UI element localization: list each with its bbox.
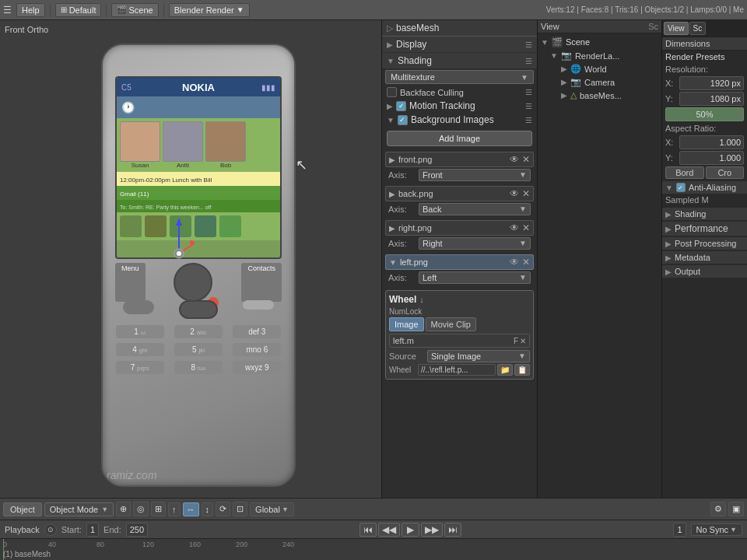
world-item: World [584,65,607,74]
right-panels: ▷ baseMesh ▶ Display ☰ ▼ Shading ☰ [381,20,747,498]
front-eye-icon[interactable]: 👁 [510,154,519,165]
post-processing-header[interactable]: ▶ Post Processing [662,237,747,250]
menu-btn[interactable]: Menu [115,263,146,302]
key-2[interactable]: 2 abc [174,325,223,338]
tree-basemesh[interactable]: ▶ △ baseMes... [539,89,660,102]
contact-antti: Antti [163,121,203,169]
toolbar-icon-5[interactable]: ↔ [183,502,199,516]
add-image-button[interactable]: Add Image [387,131,532,146]
end-field[interactable]: 250 [126,523,148,537]
left-axis-select[interactable]: Left ▼ [419,271,531,284]
home-btn[interactable] [179,300,218,319]
back-delete-icon[interactable]: ✕ [522,188,530,199]
front-axis-select[interactable]: Front ▼ [419,169,531,181]
filename-close[interactable]: ✕ [520,337,526,345]
right-eye-icon[interactable]: 👁 [510,222,519,233]
global-dropdown[interactable]: Global ▼ [250,502,294,516]
view-tab-render[interactable]: View [664,22,689,35]
toolbar-right-2[interactable]: ▣ [728,502,744,516]
res-y-field[interactable]: 1080 px [679,92,744,106]
dpad[interactable] [174,263,212,302]
back-axis-select[interactable]: Back ▼ [419,203,531,215]
key-4[interactable]: 4 ghi [116,343,164,356]
help-menu[interactable]: Help [16,3,45,17]
timeline-ruler[interactable]: 0 40 80 120 160 200 240 (1) baseMesh [0,538,747,560]
tree-world[interactable]: ▶ 🌐 World [539,62,660,75]
movie-clip-tab[interactable]: Movie Clip [426,317,476,331]
image-tab[interactable]: Image [389,317,424,331]
asp-y-field[interactable]: 1.000 [679,151,744,165]
key-5[interactable]: 5 jkl [174,343,223,356]
res-pct-field[interactable]: 50% [665,107,744,121]
shading-render-header[interactable]: ▶ Shading [662,208,747,220]
border-btn[interactable]: Bord [665,166,704,179]
toolbar-icon-7[interactable]: ⟳ [216,502,230,516]
render-presets-btn[interactable]: Render Presets [662,51,747,63]
right-delete-icon[interactable]: ✕ [522,222,530,233]
tree-scene[interactable]: ▼ 🎬 Scene [539,35,660,49]
toolbar-icon-8[interactable]: ⊡ [233,502,247,516]
object-mode-dropdown[interactable]: Object Mode ▼ [44,502,114,516]
current-frame-field[interactable]: 1 [673,523,686,537]
layout-menu[interactable]: ⊞ Default [55,3,102,17]
prev-frame-btn[interactable]: ◀◀ [378,523,400,537]
tree-content: ▼ 🎬 Scene ▼ 📷 RenderLa... ▶ [538,33,661,103]
play-btn[interactable]: ▶ [402,523,419,537]
right-axis-select[interactable]: Right ▼ [419,237,531,250]
left-delete-icon[interactable]: ✕ [522,257,530,268]
nosync-dropdown[interactable]: No Sync ▼ [691,523,743,536]
toolbar-icon-1[interactable]: ⊕ [116,502,131,516]
key-1[interactable]: 1 ω [116,325,164,338]
antialiasing-header[interactable]: ▼ ✓ Anti-Aliasing [662,181,747,194]
toolbar-right-1[interactable]: ⚙ [710,502,726,516]
shading-header[interactable]: ▼ Shading ☰ [382,53,537,68]
res-x-field[interactable]: 1920 px [679,76,744,90]
output-header[interactable]: ▶ Output [662,265,747,278]
filepath-field[interactable]: //..\refl.left.p... [418,364,496,376]
tree-renderla[interactable]: ▼ 📷 RenderLa... [539,49,660,62]
source-select[interactable]: Single Image ▼ [427,350,530,362]
contacts-btn[interactable]: Contacts [241,263,282,302]
key-9[interactable]: wxyz 9 [233,361,281,374]
asp-x-field[interactable]: 1.000 [679,135,744,149]
key-7[interactable]: 7 pqrs [116,361,164,374]
next-frame-btn[interactable]: ▶▶ [421,523,443,537]
tree-camera[interactable]: ▶ 📷 Camera [539,75,660,89]
toolbar-icon-4[interactable]: ↑ [168,502,181,516]
start-field[interactable]: 1 [86,523,99,537]
status-bar: C5 NOKIA ▮▮▮ [117,78,280,96]
key-3[interactable]: def 3 [233,325,281,338]
3d-viewport[interactable]: Front Ortho C5 NOKIA ▮▮▮ [0,20,381,498]
mesh-header: ▷ baseMesh [382,20,537,37]
front-delete-icon[interactable]: ✕ [522,154,530,165]
background-images-label: Background Images [411,114,494,125]
backface-culling-checkbox[interactable] [387,87,397,97]
multitexture-dropdown[interactable]: Multitexture ▼ [385,70,534,84]
sc-tab-render[interactable]: Sc [689,22,707,35]
jump-end-btn[interactable]: ⏭ [444,523,461,537]
filepath-copy-btn[interactable]: 📋 [514,364,530,376]
dimensions-header[interactable]: Dimensions [662,37,747,51]
display-header[interactable]: ▶ Display ☰ [382,37,537,52]
toolbar-icon-3[interactable]: ⊞ [151,502,166,516]
filepath-browse-btn[interactable]: 📁 [497,364,513,376]
crop-btn[interactable]: Cro [706,166,745,179]
jump-start-btn[interactable]: ⏮ [359,523,377,537]
left-eye-icon[interactable]: 👁 [510,257,519,268]
toolbar-icon-6[interactable]: ↕ [202,502,214,516]
key-6[interactable]: mno 6 [233,343,281,356]
key-8[interactable]: 8 tuv [174,361,223,374]
side-btn[interactable] [243,300,274,310]
scene-menu[interactable]: 🎬 Scene [111,3,158,17]
motion-tracking-checkbox[interactable]: ✓ [396,101,406,111]
viewport-label: Front Ortho [5,25,48,34]
metadata-header[interactable]: ▶ Metadata [662,251,747,264]
render-engine-menu[interactable]: Blender Render ▼ [169,3,250,17]
call-green[interactable] [123,300,154,314]
toolbar-icon-2[interactable]: ◎ [133,502,149,516]
aa-checkbox[interactable]: ✓ [676,183,686,192]
performance-header[interactable]: ▶ Performance [662,222,747,236]
back-eye-icon[interactable]: 👁 [510,188,519,199]
background-images-checkbox[interactable]: ✓ [398,115,408,125]
playback-sync[interactable]: ⊙ [44,523,57,536]
